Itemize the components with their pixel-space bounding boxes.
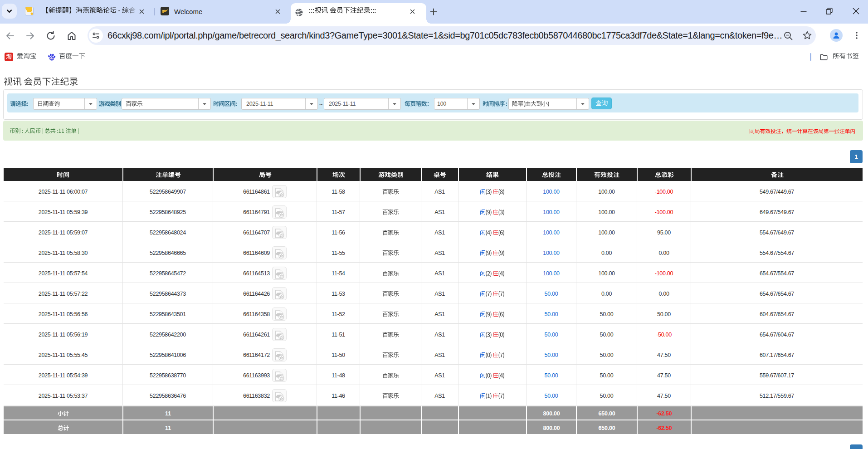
svg-text:du: du — [50, 57, 54, 60]
